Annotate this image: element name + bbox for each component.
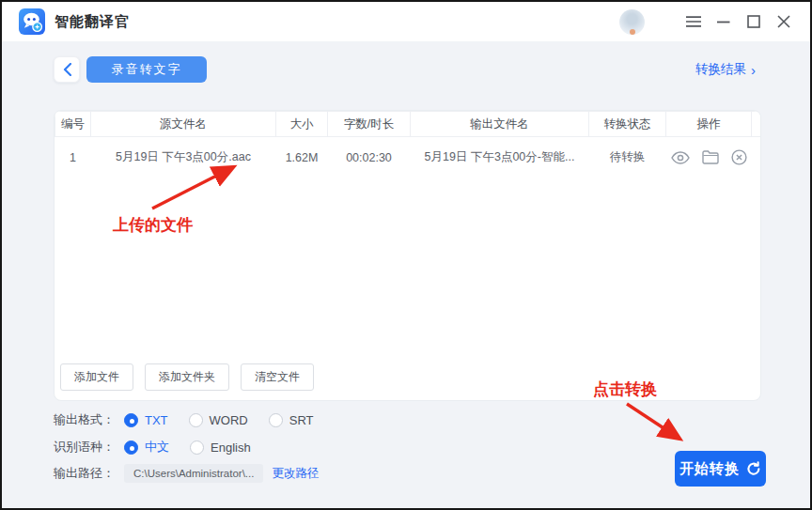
language-option-label: 中文	[145, 439, 169, 456]
results-link-label: 转换结果	[695, 61, 746, 78]
app-title: 智能翻译官	[55, 13, 130, 31]
cell-output-name: 5月19日 下午3点00分-智能...	[411, 137, 589, 178]
file-table-panel: 编号 源文件名 大小 字数/时长 输出文件名 转换状态 操作 1 5月19日 下…	[54, 110, 761, 401]
add-file-button[interactable]: 添加文件	[60, 363, 133, 391]
table-header-row: 编号 源文件名 大小 字数/时长 输出文件名 转换状态 操作	[55, 112, 762, 137]
language-option-chinese[interactable]: 中文	[124, 439, 169, 456]
output-path-value: C:\Users\Administrator\...	[124, 464, 263, 483]
col-header-gutter	[752, 112, 762, 137]
format-option-srt[interactable]: SRT	[269, 413, 314, 427]
col-header-duration: 字数/时长	[328, 112, 411, 137]
language-label: 识别语种：	[54, 439, 115, 456]
language-option-label: English	[211, 440, 251, 455]
radio-icon	[269, 413, 283, 427]
col-header-index: 编号	[55, 112, 91, 137]
output-format-label: 输出格式：	[54, 411, 115, 428]
start-convert-label: 开始转换	[679, 460, 740, 478]
format-option-word[interactable]: WORD	[189, 413, 248, 427]
col-header-output: 输出文件名	[411, 112, 589, 137]
cell-index: 1	[55, 137, 91, 178]
output-format-row: 输出格式： TXT WORD SRT	[54, 411, 335, 428]
radio-icon	[124, 413, 138, 427]
col-header-size: 大小	[276, 112, 328, 137]
status-badge: 待转换	[589, 137, 666, 178]
back-button[interactable]	[54, 56, 80, 83]
titlebar-controls	[619, 9, 793, 35]
radio-icon	[190, 440, 204, 455]
radio-icon	[189, 413, 203, 427]
cell-duration: 00:02:30	[328, 137, 411, 178]
menu-icon[interactable]	[684, 12, 703, 31]
chevron-left-icon	[63, 63, 71, 76]
files-table: 编号 源文件名 大小 字数/时长 输出文件名 转换状态 操作 1 5月19日 下…	[55, 111, 761, 178]
format-option-label: TXT	[145, 413, 168, 427]
maximize-icon[interactable]	[744, 12, 763, 31]
output-path-label: 输出路径：	[54, 465, 115, 482]
output-path-row: 输出路径： C:\Users\Administrator\... 更改路径	[54, 464, 319, 483]
format-option-label: SRT	[289, 413, 314, 427]
annotation-uploaded-file: 上传的文件	[113, 214, 193, 236]
refresh-icon	[746, 461, 761, 476]
col-header-source: 源文件名	[91, 112, 276, 137]
add-folder-button[interactable]: 添加文件夹	[145, 363, 229, 391]
preview-eye-icon[interactable]	[671, 151, 690, 164]
chevron-right-icon: ›	[751, 63, 756, 77]
minimize-icon[interactable]	[714, 12, 733, 31]
format-option-txt[interactable]: TXT	[124, 413, 168, 427]
format-option-label: WORD	[210, 413, 248, 427]
change-path-link[interactable]: 更改路径	[272, 466, 319, 482]
col-header-actions: 操作	[666, 112, 752, 137]
titlebar: 智能翻译官	[2, 2, 810, 41]
cell-actions	[666, 137, 752, 178]
table-row: 1 5月19日 下午3点00分.aac 1.62M 00:02:30 5月19日…	[55, 137, 762, 178]
tab-audio-to-text[interactable]: 录音转文字	[86, 56, 207, 83]
app-logo-icon	[19, 8, 45, 35]
app-window: 智能翻译官 录音转文字 转换结果 ›	[0, 0, 812, 510]
remove-file-icon[interactable]	[731, 149, 747, 165]
file-actions: 添加文件 添加文件夹 清空文件	[60, 363, 314, 391]
conversion-results-link[interactable]: 转换结果 ›	[695, 61, 756, 78]
start-convert-button[interactable]: 开始转换	[675, 451, 766, 487]
language-option-english[interactable]: English	[190, 440, 251, 455]
annotation-click-convert: 点击转换	[593, 379, 657, 400]
clear-files-button[interactable]: 清空文件	[241, 363, 314, 391]
close-icon[interactable]	[774, 12, 793, 31]
user-avatar[interactable]	[619, 9, 645, 35]
cell-size: 1.62M	[276, 137, 328, 178]
cell-source-name: 5月19日 下午3点00分.aac	[91, 137, 276, 178]
language-row: 识别语种： 中文 English	[54, 439, 272, 456]
radio-icon	[124, 440, 138, 455]
open-folder-icon[interactable]	[702, 150, 719, 164]
col-header-status: 转换状态	[589, 112, 666, 137]
